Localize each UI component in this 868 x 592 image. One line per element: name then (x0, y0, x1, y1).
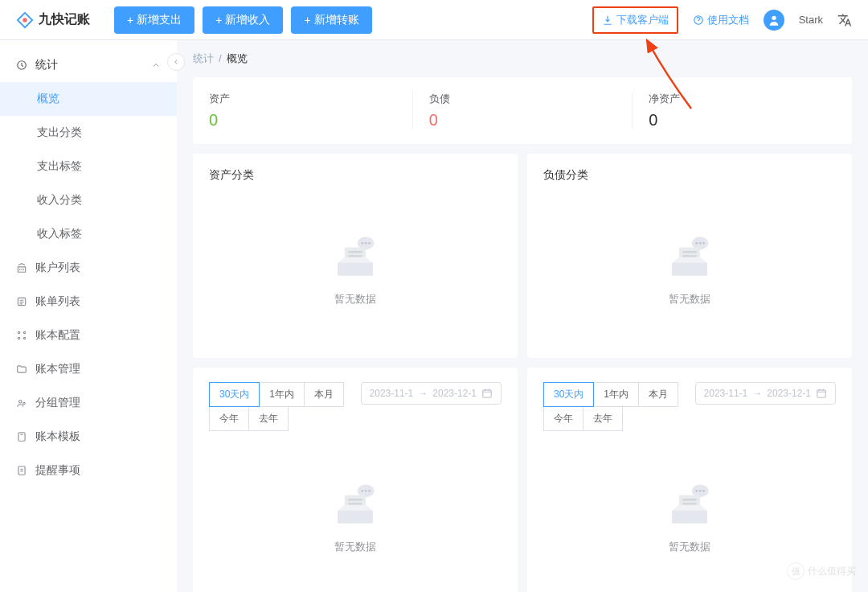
sidebar-item-label: 分组管理 (35, 396, 80, 410)
summary-value: 0 (649, 111, 836, 130)
summary-net: 净资产0 (633, 92, 852, 130)
sidebar-item-label: 收入标签 (37, 227, 82, 241)
svg-point-10 (23, 402, 25, 404)
svg-point-2 (772, 15, 776, 19)
empty-icon (661, 475, 718, 532)
sidebar-item-reminders[interactable]: 提醒事项 (0, 454, 177, 487)
tab-30d[interactable]: 30天内 (543, 382, 594, 407)
date-range-picker[interactable]: 2023-11-1 → 2023-12-1 (695, 382, 836, 405)
svg-rect-26 (682, 255, 697, 257)
add-transfer-button[interactable]: +新增转账 (291, 6, 371, 34)
sidebar-item-templates[interactable]: 账本模板 (0, 420, 177, 454)
breadcrumb-current: 概览 (227, 52, 248, 64)
svg-point-8 (23, 337, 25, 339)
watermark: 值 什么值得买 (787, 562, 856, 580)
sidebar-item-income-tag[interactable]: 收入标签 (0, 217, 177, 251)
sidebar-item-label: 账本管理 (35, 362, 80, 376)
app-logo[interactable]: 九快记账 (16, 11, 90, 29)
sidebar-item-accounts[interactable]: 账户列表 (0, 251, 177, 285)
sidebar-item-ledger-manage[interactable]: 账本管理 (0, 352, 177, 386)
calendar-icon (481, 388, 493, 399)
card-trend-left: 30天内 1年内 本月 今年 去年 2023-11-1 → 2023-12-1 (193, 368, 518, 592)
help-icon (693, 14, 704, 26)
plus-icon: + (215, 14, 222, 27)
download-label: 下载客户端 (616, 13, 669, 27)
sidebar-item-label: 支出分类 (37, 125, 82, 140)
group-icon (16, 397, 27, 409)
svg-point-30 (365, 490, 367, 492)
header-right: 下载客户端 使用文档 Stark (592, 6, 852, 34)
add-expense-button[interactable]: +新增支出 (114, 6, 194, 34)
empty-state: 暂无数据 (209, 191, 502, 343)
svg-point-0 (23, 18, 27, 23)
svg-rect-33 (348, 499, 362, 501)
avatar[interactable] (764, 10, 784, 31)
svg-rect-19 (348, 255, 362, 257)
breadcrumb-separator: / (219, 52, 222, 64)
docs-link[interactable]: 使用文档 (693, 13, 749, 27)
tab-year[interactable]: 今年 (209, 406, 249, 431)
empty-text: 暂无数据 (669, 292, 710, 306)
empty-text: 暂无数据 (334, 540, 376, 554)
download-icon (602, 14, 613, 26)
sidebar-item-bills[interactable]: 账单列表 (0, 285, 177, 319)
config-icon (16, 330, 27, 341)
sidebar-item-ledger-config[interactable]: 账本配置 (0, 319, 177, 352)
sidebar: 统计 概览 支出分类 支出标签 收入分类 收入标签 账户列表 账单列表 账本配置… (0, 40, 177, 592)
tab-year[interactable]: 今年 (543, 406, 583, 431)
svg-point-22 (699, 242, 702, 245)
empty-state: 暂无数据 (543, 191, 836, 343)
breadcrumb-item[interactable]: 统计 (193, 52, 214, 64)
watermark-icon: 值 (787, 562, 805, 580)
list-icon (16, 296, 27, 307)
sidebar-item-expense-cat[interactable]: 支出分类 (0, 116, 177, 150)
tab-1y[interactable]: 1年内 (593, 382, 639, 407)
svg-point-6 (23, 331, 25, 333)
add-transfer-label: 新增转账 (314, 13, 359, 27)
folder-icon (16, 364, 27, 375)
tab-lastyear[interactable]: 去年 (248, 406, 289, 431)
download-client-link[interactable]: 下载客户端 (592, 6, 678, 34)
tab-30d[interactable]: 30天内 (209, 382, 260, 407)
sidebar-item-label: 概览 (37, 92, 59, 106)
sidebar-item-label: 账户列表 (35, 261, 80, 275)
sidebar-item-income-cat[interactable]: 收入分类 (0, 183, 177, 217)
summary-row: 资产0 负债0 净资产0 (193, 77, 852, 144)
date-range-picker[interactable]: 2023-11-1 → 2023-12-1 (361, 382, 502, 405)
sidebar-item-overview[interactable]: 概览 (0, 82, 177, 116)
tab-month[interactable]: 本月 (638, 382, 678, 407)
tab-1y[interactable]: 1年内 (259, 382, 305, 407)
tab-lastyear[interactable]: 去年 (583, 406, 623, 431)
sidebar-collapse-button[interactable] (167, 53, 185, 71)
language-icon[interactable] (837, 13, 852, 27)
sidebar-item-expense-tag[interactable]: 支出标签 (0, 150, 177, 183)
svg-rect-42 (682, 503, 697, 505)
svg-point-39 (702, 490, 705, 492)
summary-label: 负债 (429, 92, 616, 106)
chevron-up-icon (151, 60, 161, 70)
summary-label: 资产 (209, 92, 396, 106)
plus-icon: + (127, 14, 133, 27)
arrow-right-icon: → (752, 388, 762, 399)
card-liability-category: 负债分类 暂无数据 (527, 154, 852, 358)
bank-icon (16, 262, 27, 273)
summary-label: 净资产 (649, 92, 836, 106)
sidebar-item-label: 支出标签 (37, 159, 82, 174)
add-income-button[interactable]: +新增收入 (203, 6, 283, 34)
sidebar-item-label: 收入分类 (37, 193, 82, 208)
svg-point-31 (368, 490, 371, 492)
tab-month[interactable]: 本月 (304, 382, 344, 407)
sidebar-group-stats[interactable]: 统计 (0, 48, 177, 82)
plus-icon: + (304, 14, 310, 27)
docs-label: 使用文档 (707, 13, 749, 27)
chevron-left-icon (172, 58, 180, 66)
card-title: 负债分类 (543, 168, 836, 183)
arrow-right-icon: → (418, 388, 428, 399)
user-name[interactable]: Stark (799, 14, 823, 26)
summary-value: 0 (209, 111, 396, 130)
svg-point-15 (365, 242, 367, 245)
svg-point-29 (361, 490, 363, 492)
time-tabs: 30天内 1年内 本月 今年 去年 (209, 382, 353, 430)
template-icon (16, 431, 27, 442)
sidebar-item-group-manage[interactable]: 分组管理 (0, 386, 177, 420)
